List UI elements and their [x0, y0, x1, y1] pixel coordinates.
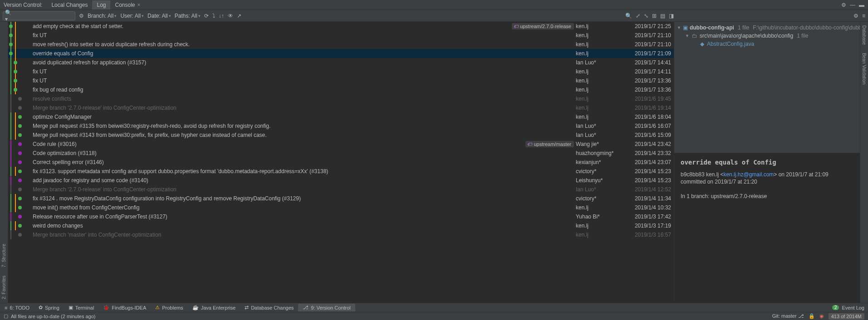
preview-icon[interactable]: ▤ [660, 13, 665, 19]
minimize-icon[interactable]: — [850, 2, 855, 8]
close-icon[interactable]: × [137, 2, 141, 8]
bottom-tab-problems[interactable]: ⚠Problems [151, 304, 187, 311]
tab-console[interactable]: Console× [110, 0, 145, 10]
date-filter[interactable]: Date: All▾ [147, 13, 171, 19]
commit-title: override equals of Config [681, 159, 853, 166]
structure-tool[interactable]: 7: Structure [1, 244, 6, 267]
graph-cell [8, 49, 33, 58]
graph-cell [8, 103, 33, 112]
event-count-badge[interactable]: 2 [832, 305, 839, 310]
commit-row[interactable]: fix UTken.lj2019/1/7 14:11 [8, 67, 674, 76]
open-external-icon[interactable]: ↗ [237, 13, 241, 19]
bottom-tab-spring[interactable]: ✿Spring [34, 304, 64, 311]
folder-icon: 🗀 [691, 33, 698, 39]
changed-files-tree[interactable]: ▼ ▣ dubbo-config-api 1 file F:\github\in… [674, 22, 860, 153]
tree-folder[interactable]: ▼ 🗀 src\main\java\org\apache\dubbo\confi… [677, 32, 857, 40]
eye-icon[interactable]: 👁 [228, 13, 233, 19]
commit-row[interactable]: resolve conflictsken.lj2019/1/6 19:45 [8, 94, 674, 103]
commit-row[interactable]: Merge pull request #3143 from beiwei30:p… [8, 131, 674, 140]
commit-row[interactable]: fix UTken.lj2019/1/7 21:10 [8, 31, 674, 40]
bottom-tab-java-enterprise[interactable]: ☕Java Enterprise [188, 304, 240, 311]
collapse-icon[interactable]: ⤡ [644, 13, 648, 19]
commit-row[interactable]: Merge branch '2.7.0-release' into Config… [8, 103, 674, 112]
commit-row[interactable]: fix bug of read configken.lj2019/1/7 13:… [8, 85, 674, 94]
branch-filter[interactable]: Branch: All▾ [88, 13, 117, 19]
bean-validation-tool[interactable]: Bean Validation [862, 53, 867, 84]
notify-icon[interactable]: ◉ [819, 313, 824, 319]
commit-row[interactable]: fix #3124 . move RegistryDataConfig conf… [8, 194, 674, 203]
svg-point-52 [18, 197, 22, 200]
graph-cell [8, 194, 33, 203]
favorites-tool[interactable]: 2: Favorites [1, 276, 6, 299]
commit-log[interactable]: add empty check at the start of setter.🏷… [8, 22, 674, 303]
commit-row[interactable]: add empty check at the start of setter.🏷… [8, 22, 674, 31]
bottom-tab-database-changes[interactable]: ⇄Database Changes [240, 304, 298, 311]
commit-row[interactable]: Correct spelling error (#3146)kexianjun*… [8, 158, 674, 167]
filter-gear-icon[interactable]: ⚙ [853, 13, 858, 19]
svg-point-23 [14, 88, 17, 92]
expand-icon[interactable]: ⤢ [636, 13, 640, 19]
bottom-tab-terminal[interactable]: ▣Terminal [64, 304, 99, 311]
commit-row[interactable]: add javadoc for registry and some code (… [8, 176, 674, 185]
commit-author: Wang jie* [576, 141, 626, 147]
commit-message: fix UT [33, 78, 576, 84]
commit-email-link[interactable]: ken.lj.hz@gmail.com [723, 171, 774, 178]
branch-tag[interactable]: 🏷upstream/master [525, 141, 574, 147]
commit-row[interactable]: Merge branch '2.7.0-release' into Config… [8, 185, 674, 194]
refresh-icon[interactable]: ⟳ [204, 13, 209, 19]
cherry-pick-icon[interactable]: ⤵ [212, 13, 215, 19]
branch-tag[interactable]: 🏷upstream/2.7.0-release [512, 23, 574, 29]
menu-icon[interactable]: ≡ [862, 13, 865, 19]
commit-row[interactable]: move init() method from ConfigCenterConf… [8, 203, 674, 212]
commit-row[interactable]: move refresh() into setter to avoid dupl… [8, 40, 674, 49]
search-input[interactable]: 🔍▾ [3, 11, 75, 20]
paths-filter[interactable]: Paths: All▾ [175, 13, 201, 19]
search-right-icon[interactable]: 🔍 [625, 13, 632, 19]
chevron-down-icon[interactable]: ▼ [685, 34, 690, 38]
graph-cell [8, 149, 33, 158]
commit-message: override equals of Config [33, 50, 576, 57]
bottom-tab-findbugs-idea[interactable]: 🐞FindBugs-IDEA [98, 304, 151, 311]
gear-icon[interactable]: ⚙ [841, 2, 846, 8]
svg-point-47 [18, 179, 22, 182]
commit-row[interactable]: Release resource after use in ConfigPars… [8, 212, 674, 221]
bottom-tab-9-version-control[interactable]: ⎇9: Version Control [298, 304, 355, 311]
git-branch-widget[interactable]: Git: master ⎇ [772, 313, 804, 319]
commit-branches: In 1 branch: upstream/2.7.0-release [681, 193, 853, 199]
commit-row[interactable]: weird demo changesken.lj2019/1/3 17:19 [8, 221, 674, 230]
memory-indicator[interactable]: 413 of 2014M [829, 313, 864, 320]
event-log-tab[interactable]: Event Log [842, 305, 864, 310]
svg-point-8 [9, 43, 13, 46]
commit-message: Code rule (#3016)🏷upstream/master [33, 141, 576, 147]
hide-icon[interactable]: ▬ [859, 2, 864, 8]
tree-file[interactable]: ◆ AbstractConfig.java [677, 40, 857, 48]
commit-row[interactable]: avoid duplicated refresh for application… [8, 58, 674, 67]
commit-row[interactable]: Merge branch 'master' into ConfigCenter-… [8, 230, 674, 239]
lock-icon[interactable]: 🔒 [809, 313, 815, 319]
commit-row[interactable]: fix UTken.lj2019/1/7 13:36 [8, 76, 674, 85]
database-tool[interactable]: Database [862, 25, 867, 45]
details-icon[interactable]: ◨ [669, 13, 674, 19]
tab-log[interactable]: Log [92, 0, 110, 10]
tree-root[interactable]: ▼ ▣ dubbo-config-api 1 file F:\github\in… [677, 24, 857, 32]
commit-date: 2019/1/7 13:36 [626, 87, 671, 93]
group-icon[interactable]: ⊞ [652, 13, 657, 19]
commit-author: ken.lj [576, 32, 626, 39]
commit-row[interactable]: Code rule (#3016)🏷upstream/masterWang ji… [8, 140, 674, 149]
commit-row[interactable]: override equals of Configken.lj2019/1/7 … [8, 49, 674, 58]
chevron-down-icon[interactable]: ▼ [677, 25, 681, 30]
commit-author: ken.lj [576, 68, 626, 75]
graph-cell [8, 158, 33, 167]
commit-row[interactable]: Merge pull request #3135 from beiwei30:r… [8, 121, 674, 131]
commit-author: ken.lj [576, 204, 626, 211]
intellisort-icon[interactable]: ↓↑ [219, 13, 224, 19]
commit-row[interactable]: fix #3123. support metadata xml config a… [8, 167, 674, 176]
commit-row[interactable]: Code optimization (#3118)huazhongming*20… [8, 149, 674, 158]
bottom-tab-6-todo[interactable]: ≡6: TODO [0, 304, 34, 311]
svg-point-5 [9, 34, 13, 37]
tag-icon: 🏷 [514, 24, 519, 29]
commit-row[interactable]: optimize ConfigManagerken.lj2019/1/6 18:… [8, 112, 674, 121]
user-filter[interactable]: User: All▾ [120, 13, 144, 19]
regex-icon[interactable]: ⚙ [79, 13, 84, 19]
tab-local-changes[interactable]: Local Changes [47, 0, 92, 10]
